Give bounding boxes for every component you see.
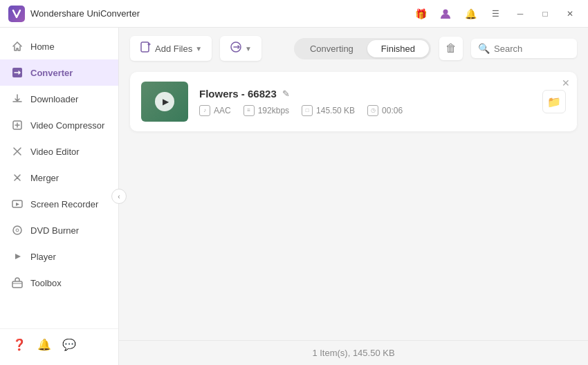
file-card: ▶ Flowers - 66823 ✎ ♪ AAC ≡ 19 <box>130 72 577 131</box>
file-actions: 📁 <box>542 90 566 113</box>
file-thumbnail[interactable]: ▶ <box>141 82 188 122</box>
sidebar-item-downloader[interactable]: Downloader <box>0 86 118 112</box>
tab-group: Converting Finished <box>294 38 431 59</box>
video-compressor-icon <box>11 119 24 131</box>
sidebar-label-video-editor: Video Editor <box>30 147 80 157</box>
file-name-row: Flowers - 66823 ✎ <box>199 88 531 100</box>
sidebar-label-screen-recorder: Screen Recorder <box>30 199 98 209</box>
tab-finished[interactable]: Finished <box>367 40 429 57</box>
file-format: AAC <box>214 106 231 115</box>
svg-rect-6 <box>12 281 22 288</box>
file-duration: 00:06 <box>382 106 403 115</box>
title-bar: Wondershare UniConverter 🎁 🔔 ☰ ─ □ ✕ <box>0 0 588 28</box>
sidebar-collapse-button[interactable]: ‹ <box>111 189 127 204</box>
content-area: Add Files ▼ ▼ Converting Finished 🗑 <box>119 28 588 365</box>
file-bitrate: 192kbps <box>258 106 289 115</box>
converter-icon <box>11 66 24 79</box>
sidebar-label-dvd-burner: DVD Burner <box>30 225 79 236</box>
file-format-item: ♪ AAC <box>199 105 231 116</box>
sidebar-label-toolbox: Toolbox <box>30 278 62 288</box>
user-icon[interactable] <box>436 4 455 24</box>
gift-icon[interactable]: 🎁 <box>411 4 430 24</box>
sidebar-item-player[interactable]: Player <box>0 243 118 270</box>
svg-point-0 <box>443 9 448 14</box>
sidebar-item-video-compressor[interactable]: Video Compressor <box>0 112 118 138</box>
help-icon[interactable]: ❓ <box>11 336 28 353</box>
file-bitrate-item: ≡ 192kbps <box>244 105 289 116</box>
sidebar-label-merger: Merger <box>30 173 59 183</box>
minimize-button[interactable]: ─ <box>511 4 530 24</box>
file-size-item: □ 145.50 KB <box>302 105 355 116</box>
feedback-icon[interactable]: 💬 <box>61 336 77 353</box>
trash-icon: 🗑 <box>445 42 457 55</box>
sidebar-item-screen-recorder[interactable]: Screen Recorder <box>0 191 118 217</box>
play-button[interactable]: ▶ <box>155 92 174 111</box>
home-icon <box>11 40 24 53</box>
status-bar: 1 Item(s), 145.50 KB <box>119 340 588 365</box>
remove-file-button[interactable]: ✕ <box>562 77 570 88</box>
folder-icon: 📁 <box>547 95 561 109</box>
menu-button[interactable]: ☰ <box>486 4 505 24</box>
sidebar-label-home: Home <box>30 41 55 52</box>
sidebar-bottom: ❓ 🔔 💬 <box>0 328 118 359</box>
app-logo <box>8 6 25 22</box>
close-button[interactable]: ✕ <box>560 4 580 24</box>
add-files-chevron: ▼ <box>195 45 202 53</box>
convert-format-button[interactable]: ▼ <box>220 36 261 61</box>
open-folder-button[interactable]: 📁 <box>542 90 566 113</box>
sidebar-label-converter: Converter <box>30 68 73 78</box>
sidebar: Home Converter Downloader Video Compress… <box>0 28 119 365</box>
title-bar-controls: 🎁 🔔 ☰ ─ □ ✕ <box>411 4 580 24</box>
main-container: Home Converter Downloader Video Compress… <box>0 28 588 365</box>
sidebar-item-converter[interactable]: Converter <box>0 59 118 86</box>
merger-icon <box>11 171 24 184</box>
sidebar-label-video-compressor: Video Compressor <box>30 120 104 131</box>
add-file-icon <box>140 41 152 56</box>
screen-recorder-icon <box>11 198 24 210</box>
toolbox-icon <box>11 277 24 289</box>
sidebar-item-home[interactable]: Home <box>0 33 118 59</box>
toolbar: Add Files ▼ ▼ Converting Finished 🗑 <box>119 28 588 69</box>
video-editor-icon <box>11 145 24 158</box>
svg-point-4 <box>13 226 21 234</box>
search-box: 🔍 <box>471 39 577 58</box>
sidebar-item-merger[interactable]: Merger <box>0 165 118 191</box>
add-files-label: Add Files <box>155 44 192 54</box>
status-text: 1 Item(s), 145.50 KB <box>312 348 394 358</box>
trash-button[interactable]: 🗑 <box>439 37 463 60</box>
file-edit-icon[interactable]: ✎ <box>282 88 290 99</box>
dvd-burner-icon <box>11 224 24 236</box>
size-icon: □ <box>302 105 313 116</box>
search-icon: 🔍 <box>478 43 490 54</box>
sidebar-item-toolbox[interactable]: Toolbox <box>0 270 118 296</box>
svg-rect-7 <box>141 42 149 52</box>
sidebar-item-video-editor[interactable]: Video Editor <box>0 138 118 165</box>
convert-format-chevron: ▼ <box>245 45 252 53</box>
app-title: Wondershare UniConverter <box>30 8 411 19</box>
file-info: Flowers - 66823 ✎ ♪ AAC ≡ 192kbps <box>199 88 531 116</box>
player-icon <box>11 250 24 263</box>
search-input[interactable] <box>494 44 570 54</box>
svg-point-5 <box>16 229 19 232</box>
sidebar-label-downloader: Downloader <box>30 94 78 104</box>
file-duration-item: ◷ 00:06 <box>367 105 403 116</box>
file-size: 145.50 KB <box>316 106 355 115</box>
sidebar-label-player: Player <box>30 252 56 262</box>
maximize-button[interactable]: □ <box>535 4 555 24</box>
file-list: ▶ Flowers - 66823 ✎ ♪ AAC ≡ 19 <box>119 69 588 340</box>
convert-format-icon <box>230 41 242 56</box>
downloader-icon <box>11 93 24 105</box>
duration-icon: ◷ <box>367 105 378 116</box>
format-icon: ♪ <box>199 105 210 116</box>
tab-converting[interactable]: Converting <box>296 40 367 57</box>
sidebar-item-dvd-burner[interactable]: DVD Burner <box>0 217 118 243</box>
add-files-button[interactable]: Add Files ▼ <box>130 36 212 61</box>
notifications-bottom-icon[interactable]: 🔔 <box>36 336 53 353</box>
file-meta: ♪ AAC ≡ 192kbps □ 145.50 KB ◷ <box>199 105 531 116</box>
file-name: Flowers - 66823 <box>199 88 277 100</box>
bitrate-icon: ≡ <box>244 105 255 116</box>
bell-icon[interactable]: 🔔 <box>461 4 480 24</box>
